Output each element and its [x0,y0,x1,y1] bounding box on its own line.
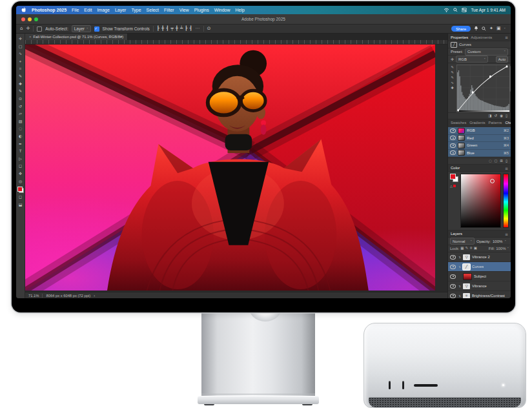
menu-item-edit[interactable]: Edit [84,8,92,12]
bell-icon[interactable] [474,26,478,32]
lock-icon[interactable]: ▣ [474,247,477,250]
search-icon[interactable] [453,8,458,13]
tab-gradients[interactable]: Gradients [469,121,485,125]
marquee-tool[interactable]: ▢ [17,43,24,50]
brush-tool[interactable]: ✎ [17,87,24,95]
show-transform-checkbox[interactable] [94,26,99,32]
lasso-tool[interactable]: ∿ [17,50,24,57]
targeted-adjustment-icon[interactable]: ✛ [451,57,454,61]
layer-row-subject[interactable]: Subject [448,272,511,281]
menu-item-layer[interactable]: Layer [115,8,127,12]
move-tool[interactable]: ✛ [17,35,24,43]
layer-row-vibrance[interactable]: ↴▽Vibrance [448,281,511,291]
menu-item-image[interactable]: Image [97,8,109,12]
type-tool[interactable]: T [17,147,24,155]
menu-item-file[interactable]: File [72,8,79,12]
control-center-icon[interactable] [462,8,467,13]
close-window-button[interactable] [21,17,25,21]
panel-menu-icon[interactable]: ≡ [505,166,508,170]
menu-bar-clock[interactable]: Tue Apr 1 9:41 AM [471,8,506,12]
wifi-icon[interactable] [444,8,449,13]
visibility-eye-icon[interactable] [450,284,456,289]
color-swatches[interactable] [17,187,24,193]
align-icon[interactable]: ╂ [176,26,178,31]
blend-mode-dropdown[interactable]: Normal˅ [450,238,475,245]
visibility-eye-icon[interactable] [450,274,456,279]
align-icon[interactable]: ╂ [161,26,164,31]
tab-channels[interactable]: Channels [505,121,511,125]
foreground-color-swatch[interactable] [450,174,456,179]
menu-item-view[interactable]: View [179,8,189,12]
preset-dropdown[interactable]: Custom˅ [465,48,508,56]
align-icon[interactable]: ┷ [180,26,183,31]
layer-row-vibrance-2[interactable]: ↴▽Vibrance 2 [448,252,511,262]
brightness-icon[interactable]: ☼ [463,293,470,299]
channel-row-red[interactable]: Red⌘3 [448,135,511,143]
search-icon[interactable] [482,26,486,32]
menu-item-plugins[interactable]: Plugins [194,8,209,12]
menu-item-help[interactable]: Help [236,8,245,12]
clone-stamp-tool[interactable]: ⊙ [17,95,24,103]
pen-tool[interactable]: ✒ [17,139,24,147]
blur-tool[interactable]: ◌ [17,125,24,132]
minimize-window-button[interactable] [28,17,32,21]
visibility-eye-icon[interactable] [450,265,456,269]
tab-color[interactable]: Color [451,166,460,170]
vibrance-icon[interactable]: ▽ [463,283,470,289]
lock-icon[interactable]: ✛ [469,247,473,250]
curves-footer-icon[interactable]: ▯ [506,114,507,118]
zoom-window-button[interactable] [34,17,38,21]
more-options-icon[interactable]: ⋯ [196,26,200,31]
curves-footer-icon[interactable]: ↺ [495,114,498,118]
quick-selection-tool[interactable]: ⌖ [17,57,24,65]
auto-button[interactable]: Auto [496,56,508,63]
curves-icon[interactable]: ╱ [463,264,470,270]
panel-menu-icon[interactable]: ≡ [505,35,508,39]
path-select-tool[interactable]: ▷ [17,155,24,163]
crop-tool[interactable]: ⌗ [17,65,24,72]
close-tab-icon[interactable]: × [29,35,32,39]
channels-footer-icon[interactable]: ◻ [495,159,498,163]
menu-item-window[interactable]: Window [214,8,230,12]
gradient-tool[interactable]: ▨ [17,117,24,125]
tab-swatches[interactable]: Swatches [451,121,466,125]
auto-select-checkbox[interactable] [37,26,42,32]
zoom-tool[interactable]: ◎ [17,177,24,185]
eyedropper-icon[interactable]: ✚ [451,86,454,90]
eyedropper-icon[interactable]: ✎ [451,76,454,79]
zoom-options-icon[interactable]: ⊙ [207,26,211,31]
hue-slider[interactable] [503,174,509,228]
panel-menu-icon[interactable]: ≡ [505,232,508,236]
curves-footer-icon[interactable]: ◉ [500,114,503,118]
document-tab[interactable]: × Fall-Winter-Collection.psd @ 71.1% (Cu… [25,34,128,40]
tab-layers[interactable]: Layers [451,232,462,236]
layer-row-curves[interactable]: ↴╱Curves [448,262,511,272]
home-icon[interactable]: ⌂ [20,26,23,31]
align-icon[interactable]: ┠ [185,26,187,31]
hand-tool[interactable]: ✥ [17,170,24,178]
lock-icon[interactable]: ✎ [466,247,469,250]
dodge-tool[interactable]: ◐ [17,132,24,140]
canvas-image[interactable] [25,45,435,291]
tab-adjustments[interactable]: Adjustments [471,36,492,39]
quick-mask-button[interactable]: ◻ [17,193,24,201]
foreground-color-swatch[interactable] [17,187,23,192]
screen-mode-button[interactable]: ⬓ [17,200,24,208]
shape-tool[interactable]: ◻ [17,162,24,170]
tab-properties[interactable]: Properties [451,36,468,39]
menu-item-select[interactable]: Select [147,8,159,12]
apple-logo-icon[interactable] [21,7,26,14]
layer-thumbnail[interactable] [463,273,472,280]
channels-footer-icon[interactable]: ⊞ [500,159,503,163]
move-tool-icon[interactable]: ✛ [26,26,30,31]
channels-footer-icon[interactable]: ◌ [489,159,492,163]
layer-row-brightness-contrast[interactable]: ↴☼Brightness/Contrast [448,291,511,298]
visibility-eye-icon[interactable] [450,255,456,260]
healing-brush-tool[interactable]: ✚ [17,80,24,88]
channel-row-green[interactable]: Green⌘4 [448,142,511,150]
sparkle-icon[interactable]: ✦ [489,26,493,31]
menu-item-app[interactable]: Photoshop 2025 [32,8,66,12]
opacity-value[interactable]: 100% [493,240,502,243]
visibility-eye-icon[interactable] [450,143,456,148]
align-icon[interactable]: ┨ [189,26,192,31]
